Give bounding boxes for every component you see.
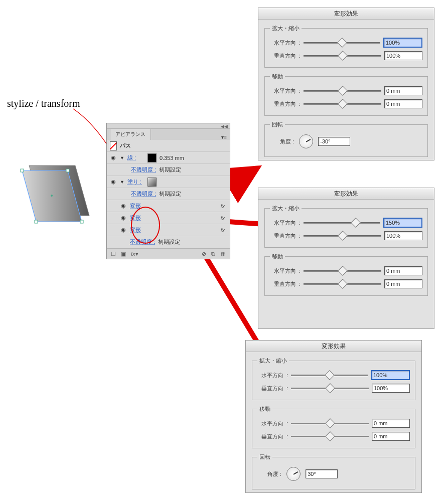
move-v-slider[interactable]	[304, 280, 381, 287]
handle	[80, 220, 83, 223]
scale-h-slider[interactable]	[304, 219, 380, 226]
scale-h-field[interactable]: 100%	[383, 38, 422, 48]
scale-v-slider[interactable]	[304, 232, 381, 239]
transform-dialog-2: 変形効果 拡大・縮小 水平方向: 150% 垂直方向: 100% 移動 水平方向…	[258, 188, 434, 329]
group-move: 移動 水平方向: 0 mm 垂直方向: 0 mm	[264, 73, 428, 116]
move-h-field[interactable]: 0 mm	[384, 86, 422, 95]
stroke-swatch[interactable]	[147, 153, 157, 162]
thumbnail-icon	[110, 142, 117, 149]
group-scale: 拡大・縮小 水平方向: 150% 垂直方向: 100%	[264, 205, 428, 248]
h-label: 水平方向	[270, 87, 296, 95]
move-h-slider[interactable]	[304, 267, 381, 274]
opacity-label[interactable]: 不透明度 :	[131, 166, 156, 174]
new-stroke-icon[interactable]: ☐	[111, 251, 116, 257]
effect-label[interactable]: 変形	[130, 214, 141, 222]
scale-h-field[interactable]: 100%	[371, 370, 410, 380]
row-path[interactable]: パス	[107, 140, 230, 152]
v-label: 垂直方向	[257, 433, 283, 440]
eye-icon[interactable]: ◉	[121, 227, 126, 233]
fx-icon[interactable]: fx	[220, 203, 227, 209]
legend-move: 移動	[270, 253, 285, 260]
row-fill[interactable]: ◉ ▼ 塗り :	[107, 176, 230, 188]
fill-label[interactable]: 塗り :	[127, 178, 144, 186]
move-v-field[interactable]: 0 mm	[372, 432, 410, 441]
duplicate-icon[interactable]: ⧉	[211, 251, 215, 257]
h-label: 水平方向	[257, 372, 283, 379]
scale-v-field[interactable]: 100%	[384, 51, 422, 60]
legend-move: 移動	[257, 405, 272, 413]
angle-field[interactable]: -30°	[318, 137, 350, 146]
preview-shape-shadow	[29, 165, 89, 216]
stroke-value[interactable]: 0.353 mm	[160, 155, 184, 161]
move-v-field[interactable]: 0 mm	[384, 279, 422, 288]
legend-scale: 拡大・縮小	[270, 205, 302, 212]
trash-icon[interactable]: 🗑	[220, 251, 226, 257]
h-label: 水平方向	[257, 420, 283, 427]
handle	[21, 169, 24, 172]
fill-swatch[interactable]	[147, 178, 157, 187]
h-label: 水平方向	[270, 267, 296, 275]
v-label: 垂直方向	[257, 385, 283, 392]
appearance-panel: ◀◀ アピアランス ▾≡ パス ◉ ▼ 線 : 0.353 mm 不透明度 : …	[106, 123, 230, 259]
v-label: 垂直方向	[270, 232, 296, 240]
fx-icon[interactable]: fx	[220, 227, 227, 233]
row-transform-3[interactable]: ◉ 変形 fx	[107, 224, 230, 236]
group-move: 移動 水平方向: 0 mm 垂直方向: 0 mm	[264, 253, 428, 296]
angle-field[interactable]: 30°	[306, 469, 338, 478]
legend-move: 移動	[270, 73, 285, 80]
eye-icon[interactable]: ◉	[111, 154, 116, 161]
row-transform-2[interactable]: ◉ 変形 fx	[107, 212, 230, 224]
group-scale: 拡大・縮小 水平方向: 100% 垂直方向: 100%	[264, 25, 428, 68]
opacity-label[interactable]: 不透明度 :	[131, 190, 156, 198]
clear-icon[interactable]: ⊘	[202, 251, 206, 257]
legend-rotate: 回転	[257, 453, 272, 461]
annotation-label: stylize / transform	[7, 98, 80, 109]
row-transform-1[interactable]: ◉ 変形 fx	[107, 200, 230, 212]
scale-h-slider[interactable]	[291, 372, 368, 379]
v-label: 垂直方向	[270, 52, 296, 60]
preview-shape	[22, 171, 82, 222]
v-label: 垂直方向	[270, 100, 296, 108]
angle-label: 角度 :	[267, 470, 281, 478]
panel-grip[interactable]: ◀◀	[107, 123, 230, 129]
eye-icon[interactable]: ◉	[121, 215, 126, 221]
dialog-title: 変形効果	[258, 188, 434, 200]
row-stroke[interactable]: ◉ ▼ 線 : 0.353 mm	[107, 152, 230, 164]
row-fill-opacity[interactable]: 不透明度 : 初期設定	[107, 188, 230, 200]
angle-dial[interactable]	[286, 467, 301, 481]
move-v-field[interactable]: 0 mm	[384, 99, 422, 108]
move-v-slider[interactable]	[291, 433, 369, 440]
panel-menu-icon[interactable]: ▾≡	[218, 134, 230, 140]
move-h-field[interactable]: 0 mm	[372, 419, 410, 428]
scale-v-field[interactable]: 100%	[384, 231, 422, 240]
move-h-slider[interactable]	[291, 420, 369, 427]
scale-h-field[interactable]: 150%	[383, 218, 422, 228]
panel-tabs: アピアランス ▾≡	[107, 129, 230, 140]
row-stroke-opacity[interactable]: 不透明度 : 初期設定	[107, 164, 230, 176]
scale-h-slider[interactable]	[304, 39, 380, 46]
eye-icon[interactable]: ◉	[121, 203, 126, 209]
move-h-field[interactable]: 0 mm	[384, 266, 422, 275]
scale-v-field[interactable]: 100%	[372, 384, 410, 393]
move-v-slider[interactable]	[304, 100, 381, 107]
tab-appearance[interactable]: アピアランス	[110, 128, 151, 140]
add-effect-icon[interactable]: fx▾	[131, 251, 138, 257]
effect-label[interactable]: 変形	[130, 202, 141, 210]
opacity-label[interactable]: 不透明度 :	[130, 238, 155, 246]
scale-v-slider[interactable]	[304, 52, 381, 59]
fx-icon[interactable]: fx	[220, 215, 227, 221]
effect-label[interactable]: 変形	[130, 226, 141, 234]
new-fill-icon[interactable]: ▣	[121, 251, 126, 257]
move-h-slider[interactable]	[304, 87, 381, 94]
collapse-icon[interactable]: ◀◀	[221, 124, 228, 129]
opacity-value: 初期設定	[158, 238, 180, 246]
row-object-opacity[interactable]: 不透明度 : 初期設定	[107, 236, 230, 248]
chevron-down-icon[interactable]: ▼	[120, 180, 124, 185]
legend-scale: 拡大・縮小	[270, 25, 302, 32]
scale-v-slider[interactable]	[291, 385, 369, 392]
eye-icon[interactable]: ◉	[111, 179, 116, 185]
stroke-label[interactable]: 線 :	[127, 154, 144, 161]
angle-dial[interactable]	[299, 134, 313, 148]
opacity-value: 初期設定	[159, 190, 181, 198]
chevron-down-icon[interactable]: ▼	[120, 155, 124, 160]
